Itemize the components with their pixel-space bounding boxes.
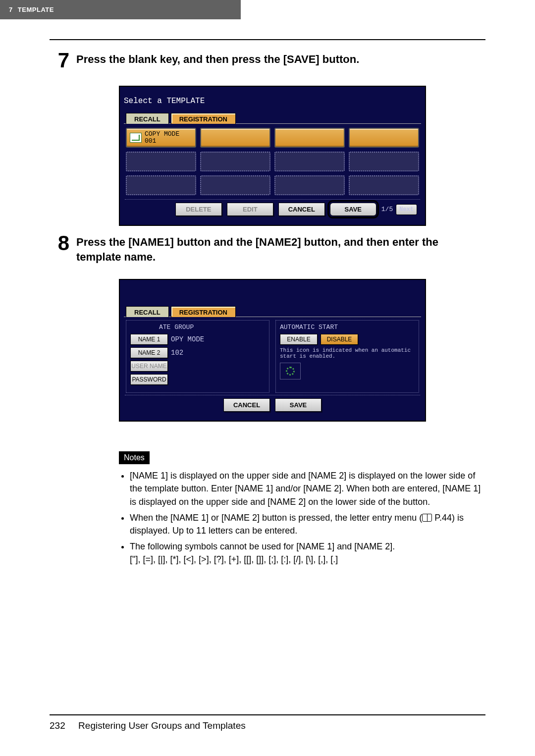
tab-recall[interactable]: RECALL xyxy=(126,306,169,317)
gear-icon xyxy=(286,367,295,376)
notes-item: When the [NAME 1] or [NAME 2] button is … xyxy=(130,511,485,537)
step-text: Press the [NAME1] button and the [NAME2]… xyxy=(76,233,485,264)
template-slot-empty[interactable] xyxy=(200,152,270,171)
template-slot-label: COPY MODE 001 xyxy=(145,131,179,144)
step-8: 8 Press the [NAME1] button and the [NAME… xyxy=(50,233,485,264)
auto-start-title: AUTOMATIC START xyxy=(280,324,415,331)
save-button[interactable]: SAVE xyxy=(330,203,376,216)
template-slot-blank[interactable] xyxy=(200,128,270,148)
name2-button[interactable]: NAME 2 xyxy=(130,347,168,358)
screen-title: Select a TEMPLATE xyxy=(120,87,425,112)
user-name-button[interactable]: USER NAME xyxy=(130,361,168,372)
divider xyxy=(50,714,485,715)
notes-item: [NAME 1] is displayed on the upper side … xyxy=(130,469,485,508)
auto-start-hint: This icon is indicated when an automatic… xyxy=(280,347,415,359)
notes-item: The following symbols cannot be used for… xyxy=(130,540,485,566)
page-footer: 232 Registering User Groups and Template… xyxy=(50,720,485,746)
tab-registration[interactable]: REGISTRATION xyxy=(171,113,236,124)
step-number: 7 xyxy=(50,50,69,71)
template-slot-empty[interactable] xyxy=(126,152,196,171)
step-number: 8 xyxy=(50,233,69,254)
chapter-number: 7 xyxy=(9,6,13,13)
name1-button[interactable]: NAME 1 xyxy=(130,334,168,345)
tab-registration[interactable]: REGISTRATION xyxy=(171,306,236,317)
chapter-tab: 7 TEMPLATE xyxy=(0,0,241,19)
name2-value: 102 xyxy=(171,349,183,357)
password-button[interactable]: PASSWORD xyxy=(130,374,168,385)
enable-button[interactable]: ENABLE xyxy=(280,334,318,345)
notes-list: [NAME 1] is displayed on the upper side … xyxy=(119,469,485,566)
template-slot-blank[interactable] xyxy=(274,128,345,148)
footer-label: Registering User Groups and Templates xyxy=(78,720,246,731)
divider xyxy=(50,39,485,40)
name1-value: OPY MODE xyxy=(171,335,204,343)
step-7: 7 Press the blank key, and then press th… xyxy=(50,50,485,71)
template-slot-populated[interactable]: COPY MODE 001 xyxy=(126,128,196,148)
chapter-name: TEMPLATE xyxy=(18,6,54,13)
template-slot-empty[interactable] xyxy=(349,175,419,195)
cancel-button[interactable]: CANCEL xyxy=(223,398,270,412)
next-button[interactable]: Next xyxy=(396,204,417,215)
tab-recall[interactable]: RECALL xyxy=(126,113,169,124)
auto-start-icon-preview xyxy=(280,363,301,379)
template-slot-empty[interactable] xyxy=(274,175,345,195)
template-slot-empty[interactable] xyxy=(200,175,270,195)
page-number: 232 xyxy=(50,720,65,731)
cancel-button[interactable]: CANCEL xyxy=(278,203,325,216)
group-label-fragment: ATE GROUP xyxy=(130,324,265,331)
device-screen-1: Select a TEMPLATE RECALL REGISTRATION CO… xyxy=(119,86,426,226)
delete-button[interactable]: DELETE xyxy=(175,203,222,216)
disable-button[interactable]: DISABLE xyxy=(321,334,358,345)
step-text: Press the blank key, and then press the … xyxy=(76,50,359,67)
template-slot-empty[interactable] xyxy=(349,152,419,171)
page-counter: 1/5 Next xyxy=(381,204,417,215)
device-screen-2: RECALL REGISTRATION ATE GROUP NAME 1 OPY… xyxy=(119,279,426,422)
template-slot-empty[interactable] xyxy=(274,152,345,171)
save-button[interactable]: SAVE xyxy=(275,398,321,412)
template-slot-empty[interactable] xyxy=(126,175,196,195)
notes-heading: Notes xyxy=(119,451,150,464)
edit-button[interactable]: EDIT xyxy=(227,203,273,216)
book-icon xyxy=(422,514,432,522)
template-slot-blank[interactable] xyxy=(349,128,419,148)
copy-icon xyxy=(130,133,142,143)
